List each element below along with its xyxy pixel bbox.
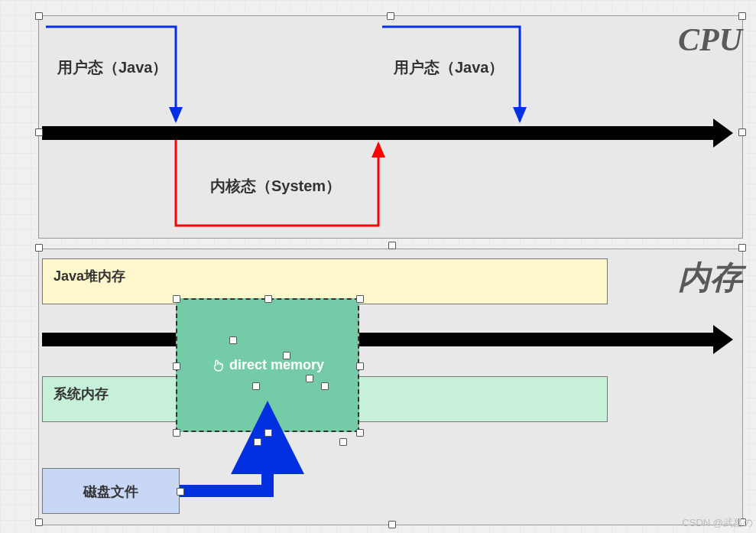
selection-handle[interactable] [35, 244, 43, 252]
selection-handle[interactable] [264, 429, 272, 437]
selection-handle[interactable] [229, 336, 237, 344]
selection-handle[interactable] [339, 438, 347, 446]
selection-handle[interactable] [738, 12, 746, 20]
memory-title: 内存 [678, 256, 742, 299]
direct-memory-label: direct memory [229, 357, 324, 373]
selection-handle[interactable] [173, 362, 180, 370]
selection-handle[interactable] [254, 438, 261, 446]
java-heap-box[interactable]: Java堆内存 [42, 258, 608, 304]
kernel-mode-label: 内核态（System） [210, 176, 341, 197]
selection-handle[interactable] [35, 518, 43, 526]
selection-handle[interactable] [173, 295, 180, 303]
memory-timeline-arrow [42, 333, 713, 346]
user-mode-label-2: 用户态（Java） [394, 57, 505, 78]
watermark: CSDN @武昌の [682, 516, 753, 530]
cpu-timeline-arrow [42, 126, 713, 140]
selection-handle[interactable] [177, 488, 184, 496]
selection-handle[interactable] [264, 295, 272, 303]
disk-file-box[interactable]: 磁盘文件 [42, 468, 180, 514]
selection-handle[interactable] [283, 352, 290, 359]
hand-cursor-icon [211, 359, 225, 372]
selection-handle[interactable] [173, 429, 180, 437]
selection-handle[interactable] [252, 382, 260, 390]
user-mode-label-1: 用户态（Java） [57, 57, 168, 78]
selection-handle[interactable] [387, 12, 394, 20]
selection-handle[interactable] [356, 362, 364, 370]
selection-handle[interactable] [306, 375, 313, 382]
selection-handle[interactable] [356, 429, 364, 437]
cpu-title: CPU [678, 21, 742, 58]
selection-handle[interactable] [388, 242, 396, 249]
selection-handle[interactable] [388, 521, 396, 528]
selection-handle[interactable] [35, 128, 43, 136]
selection-handle[interactable] [356, 295, 364, 303]
selection-handle[interactable] [738, 244, 746, 252]
selection-handle[interactable] [35, 12, 43, 20]
selection-handle[interactable] [321, 382, 329, 390]
direct-memory-box[interactable]: direct memory [176, 298, 359, 432]
selection-handle[interactable] [738, 128, 746, 136]
